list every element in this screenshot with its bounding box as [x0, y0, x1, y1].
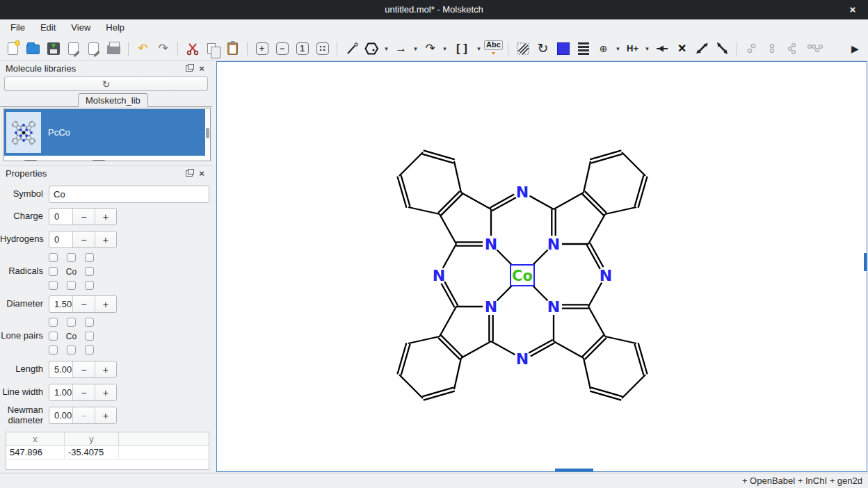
lone-pair-checkbox[interactable] [67, 318, 76, 327]
radical-checkbox[interactable] [49, 253, 58, 262]
hydrogens-spinbox[interactable]: 0 − + [49, 231, 117, 248]
dock-float-button[interactable] [183, 63, 195, 73]
bond[interactable] [585, 338, 606, 359]
length-decrement-button[interactable]: − [72, 361, 94, 377]
bond[interactable] [440, 214, 456, 244]
line-width-spinbox[interactable]: 1.00 − + [49, 384, 117, 401]
length-value[interactable]: 5.00 [49, 361, 72, 377]
tab-molsketch-lib[interactable]: Molsketch_lib [78, 93, 148, 107]
menu-help[interactable]: Help [98, 19, 132, 36]
radical-checkbox[interactable] [85, 253, 94, 262]
atom-N[interactable]: N [547, 298, 560, 316]
bond[interactable] [443, 244, 456, 268]
bond[interactable] [440, 307, 456, 336]
text-tool-button[interactable]: Abc ▾ [484, 39, 503, 58]
hydrogens-value[interactable]: 0 [49, 231, 72, 247]
bond[interactable] [582, 335, 604, 357]
undo-button[interactable]: ↶ [134, 39, 152, 58]
new-file-button[interactable] [3, 39, 22, 58]
menu-edit[interactable]: Edit [33, 19, 63, 36]
bond[interactable] [554, 193, 584, 209]
bond[interactable] [461, 193, 491, 209]
bond[interactable] [529, 196, 554, 209]
hydrogen-tool-button[interactable]: H+ [623, 39, 642, 58]
import-button[interactable] [64, 39, 83, 58]
diameter-spinbox[interactable]: 1.50 − + [49, 295, 117, 313]
window-close-button[interactable]: × [843, 0, 862, 19]
rotate-tool-button[interactable]: ↻ [533, 39, 552, 58]
bracket-tool-button[interactable]: [ ] [450, 39, 474, 58]
menu-file[interactable]: File [3, 19, 33, 36]
charge-decrement-button[interactable]: − [72, 209, 94, 225]
symbol-input[interactable]: Co [49, 186, 209, 203]
electron-pair-tool-button[interactable] [762, 39, 781, 58]
newman-diameter-value[interactable]: 0.00 [49, 407, 72, 423]
atom-N[interactable]: N [600, 267, 612, 284]
charge-increment-button[interactable]: + [95, 209, 116, 225]
bond[interactable] [588, 214, 605, 244]
bond[interactable] [622, 152, 645, 176]
dock-float-button[interactable] [183, 168, 195, 178]
atom-N[interactable]: N [485, 236, 497, 253]
radical-checkbox[interactable] [67, 253, 76, 262]
atom-N[interactable]: N [433, 267, 445, 284]
bond[interactable] [497, 250, 511, 264]
bond[interactable] [582, 194, 604, 215]
dock-close-button[interactable]: × [195, 168, 208, 178]
open-file-button[interactable] [24, 39, 42, 58]
bond[interactable] [588, 307, 605, 336]
save-button[interactable] [44, 39, 63, 58]
canvas-hscrollbar-thumb[interactable] [555, 469, 593, 471]
lone-pair-checkbox[interactable] [49, 345, 58, 355]
atom-Co[interactable]: Co [512, 268, 533, 284]
lone-pair-checkbox[interactable] [49, 318, 58, 327]
bond[interactable] [497, 286, 511, 301]
toolbar-overflow-button[interactable]: ▶ [846, 39, 865, 58]
line-width-value[interactable]: 1.00 [49, 384, 72, 400]
lone-pair-checkbox[interactable] [85, 332, 94, 341]
atom-N[interactable]: N [547, 236, 560, 253]
charge-tool-button[interactable]: ⊕ [594, 39, 613, 58]
curved-arrow-dropdown[interactable]: ▾ [440, 39, 449, 58]
dock-close-button[interactable]: × [195, 63, 208, 73]
bond[interactable] [584, 358, 590, 389]
charge-tool-dropdown[interactable]: ▾ [613, 39, 622, 58]
drawing-canvas[interactable]: CoNNNNNNNN [216, 61, 867, 472]
library-list[interactable]: PcCo [3, 108, 211, 161]
bond[interactable] [438, 191, 460, 213]
line-width-decrement-button[interactable]: − [72, 384, 94, 400]
zoom-out-button[interactable]: − [273, 39, 291, 58]
bond[interactable] [533, 250, 548, 264]
radical-checkbox[interactable] [67, 281, 76, 290]
draw-tool-button[interactable] [342, 39, 361, 58]
bond[interactable] [399, 152, 423, 176]
bond[interactable] [408, 207, 440, 214]
copy-button[interactable] [203, 39, 222, 58]
library-scrollbar[interactable] [205, 109, 210, 161]
flip-horizontal-button[interactable] [693, 39, 712, 58]
diameter-decrement-button[interactable]: − [72, 296, 94, 312]
zoom-fit-button[interactable]: ∷ [313, 39, 332, 58]
lone-pair-checkbox[interactable] [67, 345, 76, 355]
lone-pair-checkbox[interactable] [85, 318, 94, 327]
title-bar[interactable]: untitled.mol* - Molsketch × [0, 0, 868, 19]
column-header-y[interactable]: y [65, 432, 119, 445]
bond[interactable] [622, 375, 645, 398]
radical-checkbox[interactable] [49, 267, 58, 276]
length-spinbox[interactable]: 5.00 − + [49, 361, 117, 378]
hydrogens-increment-button[interactable]: + [95, 231, 116, 247]
bond[interactable] [441, 335, 463, 357]
length-increment-button[interactable]: + [95, 361, 116, 377]
bond[interactable] [533, 286, 548, 301]
coordinate-y-cell[interactable]: -35.4075 [65, 446, 119, 459]
delete-tool-button[interactable]: × [673, 39, 691, 58]
diradical-tool-button[interactable] [803, 39, 826, 58]
atom-N[interactable]: N [485, 298, 497, 316]
zoom-original-button[interactable]: 1 [293, 39, 312, 58]
atom-N[interactable]: N [516, 184, 529, 201]
paste-button[interactable] [223, 39, 242, 58]
bracket-tool-dropdown[interactable]: ▾ [474, 39, 483, 58]
bond[interactable] [491, 341, 515, 355]
diameter-value[interactable]: 1.50 [49, 296, 72, 312]
molecule[interactable]: CoNNNNNNNN [348, 101, 696, 449]
